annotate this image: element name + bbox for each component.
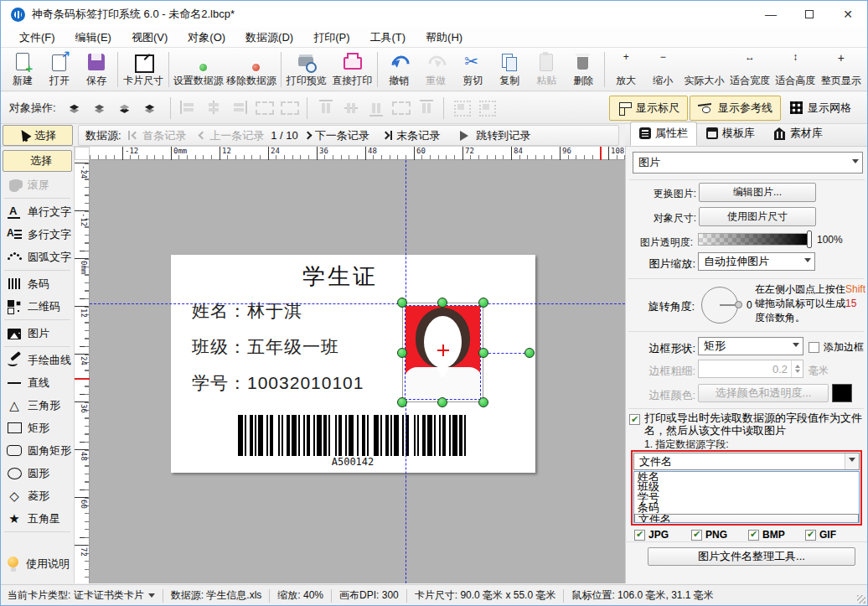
add-border-checkbox[interactable]: 添加边框 — [809, 340, 864, 355]
sidebar-tool[interactable]: ◇ 菱形 — [1, 484, 74, 507]
menu-item[interactable]: 对象(O) — [178, 28, 235, 48]
sidebar-tool[interactable]: 圆弧文字 — [1, 246, 74, 268]
image-scale-combo[interactable]: 自动拉伸图片 — [698, 252, 815, 271]
handle-mid-left[interactable] — [397, 348, 407, 358]
sidebar-tool[interactable]: 手绘曲线 — [1, 349, 74, 371]
minimize-button[interactable]: — — [752, 1, 790, 28]
toolbar-button[interactable]: 新建 — [4, 51, 41, 88]
tab-properties[interactable]: 属性栏 — [630, 122, 697, 146]
menu-item[interactable]: 帮助(H) — [416, 28, 473, 48]
dropdown-option[interactable]: 班级 — [634, 482, 859, 492]
sidebar-tool[interactable]: 滚屏 — [1, 174, 74, 196]
handle-top-right[interactable] — [478, 298, 488, 308]
rotation-dial-knob[interactable] — [735, 301, 742, 308]
sidebar-tool[interactable]: 圆角矩形 — [1, 439, 74, 462]
border-width-spinner[interactable]: 0.2 — [698, 360, 803, 378]
menu-item[interactable]: 工具(T) — [359, 28, 416, 48]
card-id-line[interactable]: 学号：10032010101 — [192, 371, 364, 395]
toolbar-button[interactable]: 删除 — [565, 51, 602, 88]
barcode[interactable] — [238, 415, 468, 456]
dropdown-option[interactable]: 条码 — [634, 503, 859, 513]
tab-templates[interactable]: 模板库 — [697, 122, 764, 146]
sidebar-tool[interactable]: 条码 — [1, 272, 74, 295]
handle-top-left[interactable] — [397, 298, 407, 308]
toolbar-button[interactable]: 实际大小 — [681, 51, 726, 88]
border-shape-combo[interactable]: 矩形 — [698, 337, 803, 355]
dropdown-option[interactable]: 姓名 — [634, 472, 859, 482]
tab-materials[interactable]: 素材库 — [764, 122, 832, 146]
toolbar-button[interactable]: 卡片尺寸 — [121, 51, 166, 88]
goto-record-button[interactable]: 跳转到记录 — [460, 128, 530, 143]
bring-forward-icon[interactable] — [67, 99, 87, 117]
toolbar-button[interactable]: 适合高度 — [772, 51, 818, 88]
toolbar-button[interactable]: 重做 — [417, 51, 454, 88]
toolbar-button[interactable]: 直接打印 — [329, 51, 375, 88]
combo-arrow-button[interactable] — [845, 453, 859, 469]
border-color-button[interactable]: 选择颜色和透明度... — [698, 384, 829, 402]
object-type-combo[interactable]: 图片 — [633, 152, 863, 174]
show-grid-toggle[interactable]: 显示网格 — [783, 96, 859, 120]
menu-item[interactable]: 编辑(E) — [65, 28, 121, 48]
card-title[interactable]: 学生证 — [248, 262, 432, 292]
menu-item[interactable]: 打印(P) — [303, 28, 359, 48]
toolbar-button[interactable]: 缩小 — [644, 51, 681, 88]
toolbar-button[interactable]: 移除数据源 — [225, 51, 277, 88]
toolbar-button[interactable]: 放大 — [607, 51, 644, 88]
sidebar-tool[interactable]: ★ 五角星 — [1, 507, 74, 530]
toolbar-button[interactable]: 复制 — [491, 51, 528, 88]
close-button[interactable]: ✕ — [829, 1, 867, 28]
toolbar-button[interactable]: 撤销 — [380, 51, 417, 88]
sidebar-tool[interactable]: 选择 — [3, 150, 72, 172]
bring-to-front-icon[interactable] — [117, 99, 137, 117]
format-checkbox[interactable]: JPG — [634, 529, 691, 541]
use-image-size-button[interactable]: 使用图片尺寸 — [699, 207, 816, 226]
design-canvas[interactable]: 学生证 姓名：林于淇 班级：五年级一班 学号：10032010101 A5001… — [90, 160, 625, 583]
sidebar-tool[interactable]: 矩形 — [1, 417, 74, 439]
handle-bottom-left[interactable] — [397, 397, 407, 407]
menu-item[interactable]: 数据源(D) — [235, 28, 303, 48]
toolbar-button[interactable]: 保存 — [78, 51, 115, 88]
sidebar-tool[interactable]: 圆形 — [1, 462, 74, 484]
format-checkbox[interactable]: PNG — [691, 529, 748, 541]
send-to-back-icon[interactable] — [142, 99, 163, 117]
sidebar-tool[interactable]: 直线 — [1, 371, 74, 394]
rotation-handle[interactable] — [524, 348, 535, 358]
first-record-button[interactable]: 首条记录 — [128, 128, 187, 143]
resize-grip[interactable] — [857, 595, 865, 603]
opacity-slider[interactable] — [698, 233, 809, 246]
sidebar-tool[interactable]: 图片 — [1, 322, 74, 344]
toolbar-button[interactable]: 设置数据源 — [172, 51, 225, 88]
handle-mid-right[interactable] — [478, 348, 488, 358]
datasource-field-combo[interactable]: 文件名 — [633, 453, 860, 470]
dropdown-option[interactable]: 文件名 — [634, 514, 859, 523]
toolbar-button[interactable]: 适合宽度 — [727, 51, 772, 88]
handle-bottom-center[interactable] — [437, 397, 447, 407]
sidebar-tool[interactable]: 单行文字 — [1, 200, 74, 223]
filename-tool-button[interactable]: 图片文件名整理工具... — [648, 547, 855, 566]
last-record-button[interactable]: 末条记录 — [383, 128, 441, 143]
select-tool-button[interactable]: 选择 — [3, 125, 73, 146]
prev-record-button[interactable]: 上一条记录 — [199, 128, 264, 143]
help-button[interactable]: 使用说明 — [7, 557, 70, 572]
toolbar-button[interactable]: 粘贴 — [528, 51, 565, 88]
send-backward-icon[interactable] — [92, 99, 112, 117]
sidebar-tool[interactable]: 二维码 — [1, 295, 74, 318]
sidebar-tool[interactable]: △ 三角形 — [1, 394, 74, 417]
rotation-dial[interactable] — [701, 287, 738, 324]
edit-image-button[interactable]: 编辑图片... — [699, 183, 816, 202]
dropdown-option[interactable]: 学号 — [634, 493, 859, 503]
toolbar-button[interactable]: 剪切 — [454, 51, 491, 88]
format-checkbox[interactable]: BMP — [748, 529, 805, 541]
show-guides-toggle[interactable]: 显示参考线 — [690, 96, 781, 121]
toolbar-button[interactable]: 打开 — [41, 51, 78, 88]
sidebar-tool[interactable]: 多行文字 — [1, 223, 74, 246]
read-filename-checkbox[interactable] — [629, 414, 640, 425]
handle-top-center[interactable] — [437, 298, 447, 308]
handle-bottom-right[interactable] — [478, 397, 488, 407]
spinner-arrows[interactable] — [791, 360, 803, 377]
opacity-slider-handle[interactable] — [807, 230, 812, 248]
toolbar-button[interactable]: 整页显示 — [819, 51, 864, 88]
card-class-line[interactable]: 班级：五年级一班 — [192, 335, 339, 359]
horizontal-guide-line[interactable] — [90, 303, 625, 304]
toolbar-button[interactable]: 打印预览 — [284, 51, 329, 88]
